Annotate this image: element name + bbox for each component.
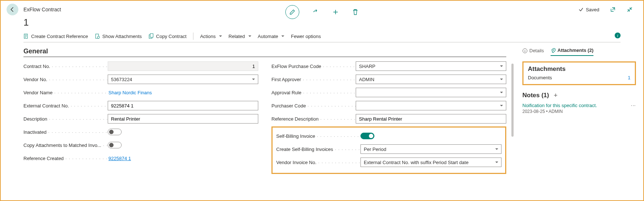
vendor-no-field[interactable]: 53673224 [108, 75, 258, 84]
inactivated-toggle[interactable] [108, 129, 122, 135]
inactivated-label: Inactivated [23, 129, 108, 135]
svg-point-2 [97, 36, 100, 38]
purchase-code-field[interactable]: SHARP [356, 61, 506, 71]
approval-rule-field[interactable] [356, 88, 506, 97]
description-label: Description [23, 116, 108, 122]
doc-ref-icon [23, 33, 29, 39]
saved-label: Saved [586, 7, 599, 12]
vendor-no-label: Vendor No. [23, 77, 108, 82]
purchase-code-label: ExFlow Purchase Code [271, 64, 356, 69]
tab-attachments[interactable]: Attachments (2) [551, 48, 593, 56]
documents-count[interactable]: 1 [628, 75, 630, 80]
delete-icon[interactable] [352, 9, 359, 15]
related-menu[interactable]: Related [229, 34, 251, 39]
info-icon[interactable]: i [615, 33, 621, 38]
create-contract-reference-button[interactable]: Create Contract Reference [23, 33, 88, 39]
first-approver-label: First Approver [271, 77, 356, 82]
create-sbi-label: Create Self-Billing Invoices [276, 147, 360, 152]
note-more-icon[interactable]: ⋮ [631, 103, 636, 108]
note-link[interactable]: Noification for this specific contract. [522, 103, 629, 108]
svg-rect-4 [150, 34, 153, 37]
note-meta: 2023-08-25 • ADMIN [522, 109, 629, 114]
back-button[interactable] [7, 4, 18, 15]
note-item: Noification for this specific contract. … [522, 103, 636, 114]
popout-icon[interactable] [610, 6, 616, 13]
contract-no-label: Contract No. [23, 64, 108, 69]
show-attachments-button[interactable]: Show Attachments [95, 33, 142, 39]
reference-created-label: Reference Created [23, 156, 108, 161]
scrollbar[interactable] [511, 64, 514, 137]
self-billing-highlight: Self-Billing Invoice Create Self-Billing… [271, 126, 506, 174]
documents-label[interactable]: Documents [528, 75, 552, 80]
attachments-heading: Attachments [528, 65, 630, 73]
purchaser-code-label: Purchaser Code [271, 103, 356, 109]
fewer-options-button[interactable]: Fewer options [291, 34, 321, 39]
add-note-button[interactable]: + [552, 92, 559, 99]
saved-indicator: Saved [578, 7, 599, 12]
reference-created-link[interactable]: 9225874 1 [108, 156, 131, 161]
vendor-name-link[interactable]: Sharp Nordic Finans [108, 90, 152, 95]
collapse-icon[interactable] [626, 6, 633, 13]
attachments-panel: Attachments Documents 1 [522, 61, 636, 85]
vendor-name-label: Vendor Name [23, 90, 108, 95]
new-icon[interactable] [332, 9, 339, 15]
info-icon [522, 48, 528, 53]
copy-contract-button[interactable]: Copy Contract [148, 33, 186, 39]
contract-no-field[interactable] [108, 61, 258, 71]
vendor-invoice-no-label: Vendor Invoice No. [276, 160, 360, 165]
purchaser-code-field[interactable] [356, 101, 506, 110]
share-icon[interactable] [312, 9, 319, 15]
edit-button[interactable] [285, 5, 299, 19]
copy-attachments-toggle[interactable] [108, 142, 122, 148]
paperclip-icon [551, 48, 556, 53]
create-sbi-field[interactable]: Per Period [360, 144, 501, 154]
external-contract-no-field[interactable] [108, 101, 258, 110]
vendor-invoice-no-field[interactable]: External Contract No. with suffix Period… [360, 158, 501, 167]
self-billing-label: Self-Billing Invoice [276, 133, 360, 139]
toolbar: Create Contract Reference Show Attachmen… [23, 31, 621, 42]
general-section-title[interactable]: General [23, 48, 506, 57]
page-type-label: ExFlow Contract [23, 7, 61, 12]
actions-menu[interactable]: Actions [200, 34, 222, 39]
attachment-icon [95, 33, 100, 39]
external-contract-no-label: External Contract No. [23, 103, 108, 109]
first-approver-field[interactable]: ADMIN [356, 75, 506, 84]
automate-menu[interactable]: Automate [258, 34, 285, 39]
description-field[interactable] [108, 114, 258, 124]
approval-rule-label: Approval Rule [271, 90, 356, 95]
self-billing-toggle[interactable] [360, 133, 374, 139]
tab-details[interactable]: Details [522, 48, 544, 56]
reference-description-label: Reference Description [271, 116, 356, 122]
toolbar-separator [193, 33, 193, 40]
reference-description-field[interactable] [356, 114, 506, 124]
copy-icon [148, 33, 154, 39]
notes-heading: Notes (1) [522, 92, 549, 99]
copy-attachments-label: Copy Attachments to Matched Invo... [23, 143, 108, 148]
